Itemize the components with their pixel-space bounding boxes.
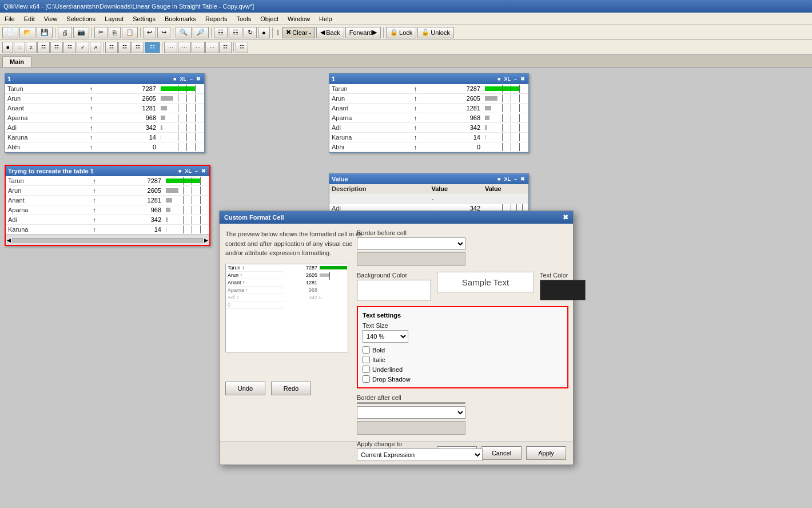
menu-selections[interactable]: Selections bbox=[62, 14, 100, 23]
tb2-chart-btn[interactable]: ☷ bbox=[145, 42, 160, 53]
tb2-align-right[interactable]: ⋯ bbox=[192, 42, 205, 53]
search-btn[interactable]: 🔍 bbox=[176, 27, 192, 38]
panel1-min-btn[interactable]: – bbox=[189, 76, 194, 82]
menu-file[interactable]: File bbox=[0, 14, 19, 23]
panel2-xl-label: XL bbox=[503, 76, 512, 82]
open-btn[interactable]: 📂 bbox=[19, 27, 35, 38]
panel3-min-btn[interactable]: – bbox=[194, 168, 199, 174]
menu-bookmarks[interactable]: Bookmarks bbox=[160, 14, 201, 23]
table-row: Arun↑2605 bbox=[5, 94, 204, 104]
panel3-close-btn[interactable]: ✖ bbox=[200, 168, 207, 174]
preview-btn[interactable]: 📷 bbox=[73, 27, 89, 38]
italic-checkbox[interactable] bbox=[363, 356, 370, 363]
border-after-select[interactable] bbox=[357, 406, 465, 419]
unlock-btn[interactable]: 🔓 Unlock bbox=[417, 27, 454, 38]
panel4-xl-btn[interactable]: ■ bbox=[496, 176, 501, 182]
sep6 bbox=[272, 27, 273, 38]
redo-btn[interactable]: Redo bbox=[271, 382, 311, 395]
tb2-btn3[interactable]: Σ bbox=[26, 42, 37, 53]
panel2-header: 1 ■ XL – ✖ bbox=[329, 74, 528, 84]
tb2-btn4[interactable]: ☷ bbox=[37, 42, 50, 53]
paste-btn[interactable]: 📋 bbox=[122, 27, 138, 38]
italic-row[interactable]: Italic bbox=[363, 356, 563, 363]
chart-btn[interactable]: ☷ bbox=[214, 27, 228, 38]
text-size-select[interactable]: 140 % bbox=[363, 330, 408, 343]
apply-change-group: Apply change to Current Expression bbox=[357, 440, 568, 461]
tb2-btn6[interactable]: ☷ bbox=[63, 42, 76, 53]
panel1-xl-btn[interactable]: ■ bbox=[172, 76, 177, 82]
tb2-btn11[interactable]: ☷ bbox=[132, 42, 144, 53]
menu-edit[interactable]: Edit bbox=[19, 14, 39, 23]
panel2-min-btn[interactable]: – bbox=[513, 76, 518, 82]
lock-btn[interactable]: 🔒 Lock bbox=[386, 27, 416, 38]
menu-window[interactable]: Window bbox=[283, 14, 315, 23]
tb2-btn1[interactable]: ■ bbox=[2, 42, 13, 53]
dialog-close-btn[interactable]: ✖ bbox=[563, 213, 568, 221]
reload-btn[interactable]: ↻ bbox=[244, 27, 257, 38]
menu-view[interactable]: View bbox=[39, 14, 62, 23]
tb2-btn10[interactable]: ☷ bbox=[118, 42, 131, 53]
panel4-min-btn[interactable]: – bbox=[513, 176, 518, 182]
tb2-btn8[interactable]: A bbox=[90, 42, 101, 53]
tb2-btn2[interactable]: □ bbox=[14, 42, 25, 53]
bg-color-swatch[interactable] bbox=[357, 280, 431, 300]
tb2-arrange-btn[interactable]: ☷ bbox=[236, 42, 248, 53]
menu-settings[interactable]: Settings bbox=[128, 14, 160, 23]
undo-toolbar-btn[interactable]: ↩ bbox=[143, 27, 156, 38]
text-color-label: Text Color bbox=[540, 272, 586, 279]
zoom-btn[interactable]: 🔎 bbox=[193, 27, 209, 38]
tb2-grid-btn[interactable]: ☷ bbox=[219, 42, 232, 53]
back-btn[interactable]: ◀ Back bbox=[316, 27, 344, 38]
table-row: Karuna↑14 bbox=[6, 225, 209, 235]
tb2-btn9[interactable]: ☷ bbox=[105, 42, 118, 53]
dropshadow-checkbox[interactable] bbox=[363, 375, 370, 383]
underlined-row[interactable]: Underlined bbox=[363, 366, 563, 373]
redo-toolbar-btn[interactable]: ↪ bbox=[157, 27, 170, 38]
tab-main[interactable]: Main bbox=[2, 56, 31, 67]
cut-btn[interactable]: ✂ bbox=[94, 27, 108, 38]
print-btn[interactable]: 🖨 bbox=[58, 27, 72, 38]
underlined-checkbox[interactable] bbox=[363, 366, 370, 373]
new-btn[interactable]: 📄 bbox=[2, 27, 18, 38]
table-row: Anant↑1281 bbox=[6, 196, 209, 205]
sep3 bbox=[140, 27, 141, 38]
text-settings-group: Text settings Text Size 140 % Bold bbox=[357, 306, 568, 388]
border-after-group: Border after cell bbox=[357, 394, 568, 435]
panel1-close-btn[interactable]: ✖ bbox=[195, 76, 202, 82]
apply-change-select[interactable]: Current Expression bbox=[357, 449, 483, 461]
scroll-left-btn[interactable]: ◀ bbox=[7, 237, 11, 243]
copy-btn[interactable]: ⎘ bbox=[109, 27, 121, 38]
tb2-align-justify[interactable]: ⋯ bbox=[205, 42, 218, 53]
horizontal-scrollbar[interactable] bbox=[12, 238, 203, 243]
table-row: Tarun↑7287 bbox=[6, 176, 209, 186]
menu-object[interactable]: Object bbox=[256, 14, 283, 23]
table-btn[interactable]: ☷ bbox=[229, 27, 242, 38]
tb2-btn7[interactable]: ✓ bbox=[77, 42, 89, 53]
tb2-btn5[interactable]: ☷ bbox=[50, 42, 63, 53]
more-btn[interactable]: ● bbox=[258, 27, 270, 38]
panel2-close-btn[interactable]: ✖ bbox=[519, 76, 526, 82]
panel2-xl-btn[interactable]: ■ bbox=[496, 76, 501, 82]
tb2-align-center[interactable]: ⋯ bbox=[178, 42, 191, 53]
save-btn[interactable]: 💾 bbox=[37, 27, 53, 38]
dropshadow-row[interactable]: Drop Shadow bbox=[363, 375, 563, 383]
scroll-right-btn[interactable]: ▶ bbox=[204, 237, 208, 243]
border-after-preview bbox=[357, 421, 465, 435]
forward-btn[interactable]: Forward ▶ bbox=[345, 27, 381, 38]
tb2-align-left[interactable]: ⋯ bbox=[164, 42, 177, 53]
panel3-xl-btn[interactable]: ■ bbox=[177, 168, 182, 174]
menu-help[interactable]: Help bbox=[315, 14, 337, 23]
panel4-close-btn[interactable]: ✖ bbox=[519, 176, 526, 182]
undo-btn[interactable]: Undo bbox=[225, 382, 265, 395]
border-before-select[interactable] bbox=[357, 237, 465, 250]
text-color-swatch[interactable] bbox=[540, 280, 586, 300]
bold-checkbox[interactable] bbox=[363, 346, 370, 354]
menu-layout[interactable]: Layout bbox=[100, 14, 128, 23]
clear-btn[interactable]: ✖ Clear - bbox=[282, 27, 315, 38]
panel-table3: Trying to recreate the table 1 ■ XL – ✖ … bbox=[5, 165, 210, 246]
menu-tools[interactable]: Tools bbox=[232, 14, 256, 23]
col-description: Description bbox=[329, 184, 429, 194]
bold-row[interactable]: Bold bbox=[363, 346, 563, 354]
menu-reports[interactable]: Reports bbox=[201, 14, 232, 23]
table-row: Abhi↑0 bbox=[5, 142, 204, 152]
